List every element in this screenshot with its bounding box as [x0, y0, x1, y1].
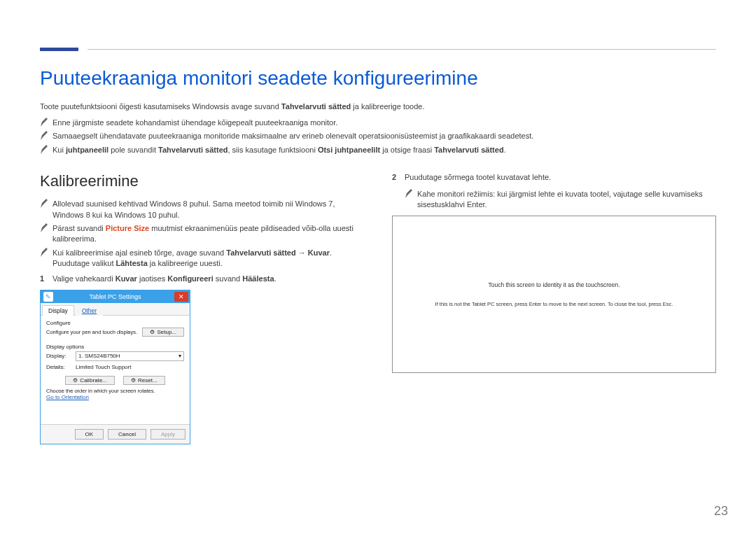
left-column: Kalibreerimine Allolevad suunised kehtiv…: [40, 172, 364, 444]
orientation-link[interactable]: Go to Orientation: [46, 394, 184, 400]
touchscreen-identify-box: Touch this screen to identity it as the …: [392, 216, 716, 373]
intro-before: Toote puutefunktsiooni õigesti kasutamis…: [40, 102, 281, 111]
page-title: Puuteekraaniga monitori seadete konfigur…: [40, 67, 716, 90]
note-item: Kui kalibreerimise ajal esineb tõrge, av…: [40, 248, 364, 269]
cancel-button[interactable]: Cancel: [108, 429, 146, 440]
configure-text: Configure your pen and touch displays.: [46, 329, 142, 335]
pencil-note-icon: [40, 248, 48, 258]
pencil-note-icon: [40, 199, 48, 209]
orientation-text: Choose the order in which your screen ro…: [46, 388, 184, 394]
details-row: Details: Limited Touch Support: [46, 364, 184, 370]
setup-button[interactable]: ⚙Setup...: [142, 328, 184, 337]
note-item: Allolevad suunised kehtivad Windows 8 pu…: [40, 199, 364, 220]
dialog-app-icon: ✎: [43, 292, 53, 302]
display-select[interactable]: 1. SMS24B750H ▾: [76, 351, 184, 361]
note-text: Kui kalibreerimise ajal esineb tõrge, av…: [52, 248, 364, 269]
step-1: 1 Valige vahekaardi Kuvar jaotises Konfi…: [40, 274, 364, 284]
note-text: Kahe monitori režiimis: kui järgmist leh…: [417, 189, 716, 211]
gear-icon: ⚙: [131, 377, 136, 384]
header-accent-bar: [40, 48, 78, 51]
step-text: Puudutage sõrmega tootel kuvatavat lehte…: [405, 172, 551, 183]
gear-icon: ⚙: [150, 329, 155, 335]
ok-button[interactable]: OK: [75, 429, 104, 440]
tab-other[interactable]: Other: [76, 305, 103, 316]
note-item: Samaaegselt ühendatavate puuteekraaniga …: [40, 131, 716, 141]
display-select-row: Display: 1. SMS24B750H ▾: [46, 351, 184, 361]
header-rule: [88, 49, 716, 50]
pencil-note-icon: [40, 223, 48, 233]
step-text: Valige vahekaardi Kuvar jaotises Konfigu…: [52, 274, 276, 284]
note-text: Pärast suvandi Picture Size muutmist ekr…: [52, 223, 364, 245]
tab-display[interactable]: Display: [42, 305, 74, 316]
pencil-note-icon: [40, 131, 48, 141]
note-item: Kui juhtpaneelil pole suvandit Tahvelarv…: [40, 145, 716, 155]
note-item: Kahe monitori režiimis: kui järgmist leh…: [405, 189, 716, 211]
apply-button[interactable]: Apply: [150, 429, 186, 440]
two-column-layout: Kalibreerimine Allolevad suunised kehtiv…: [40, 172, 716, 444]
top-note-list: Enne järgmiste seadete kohandamist ühend…: [40, 118, 716, 155]
touch-instruction-secondary: If this is not the Tablet PC screen, pre…: [435, 301, 673, 307]
note-text: Samaaegselt ühendatavate puuteekraaniga …: [52, 131, 533, 141]
note-text: Enne järgmiste seadete kohandamist ühend…: [52, 118, 337, 128]
note-item: Pärast suvandi Picture Size muutmist ekr…: [40, 223, 364, 245]
note-text: Kui juhtpaneelil pole suvandit Tahvelarv…: [52, 145, 506, 155]
details-label: Details:: [46, 364, 76, 370]
touch-instruction-primary: Touch this screen to identity it as the …: [488, 281, 620, 288]
step-2: 2 Puudutage sõrmega tootel kuvatavat leh…: [392, 172, 716, 183]
note-text: Allolevad suunised kehtivad Windows 8 pu…: [52, 199, 364, 220]
calibrate-reset-row: ⚙Calibrate... ⚙Reset...: [46, 376, 184, 385]
chevron-down-icon: ▾: [178, 353, 181, 359]
intro-text: Toote puutefunktsiooni õigesti kasutamis…: [40, 102, 716, 111]
step-number: 2: [392, 172, 399, 183]
pencil-note-icon: [405, 189, 413, 199]
display-label: Display:: [46, 353, 76, 359]
dialog-tabs: Display Other: [41, 303, 190, 316]
note-item: Enne järgmiste seadete kohandamist ühend…: [40, 118, 716, 128]
details-value: Limited Touch Support: [76, 364, 184, 370]
tablet-pc-settings-dialog: ✎ Tablet PC Settings ✕ Display Other Con…: [40, 290, 190, 444]
calibrate-button[interactable]: ⚙Calibrate...: [65, 376, 115, 385]
dialog-footer: OK Cancel Apply: [41, 424, 190, 444]
page-number: 23: [714, 504, 728, 519]
pencil-note-icon: [40, 118, 48, 127]
display-value: 1. SMS24B750H: [78, 353, 120, 359]
gear-icon: ⚙: [73, 377, 78, 384]
pencil-note-icon: [40, 145, 48, 155]
intro-bold: Tahvelarvuti sätted: [281, 102, 351, 111]
dialog-body: Configure Configure your pen and touch d…: [41, 316, 190, 424]
display-options-label: Display options: [46, 344, 184, 350]
section-heading: Kalibreerimine: [40, 172, 364, 190]
right-column: 2 Puudutage sõrmega tootel kuvatavat leh…: [392, 172, 716, 444]
reset-button[interactable]: ⚙Reset...: [123, 376, 165, 385]
intro-after: ja kalibreerige toode.: [351, 102, 424, 111]
dialog-title: Tablet PC Settings: [56, 293, 174, 300]
step-number: 1: [40, 274, 47, 284]
dialog-titlebar: ✎ Tablet PC Settings ✕: [41, 290, 190, 303]
close-icon[interactable]: ✕: [174, 292, 188, 302]
configure-group-label: Configure: [46, 320, 184, 326]
configure-row: Configure your pen and touch displays. ⚙…: [46, 328, 184, 337]
page-content: Puuteekraaniga monitori seadete konfigur…: [40, 67, 716, 444]
